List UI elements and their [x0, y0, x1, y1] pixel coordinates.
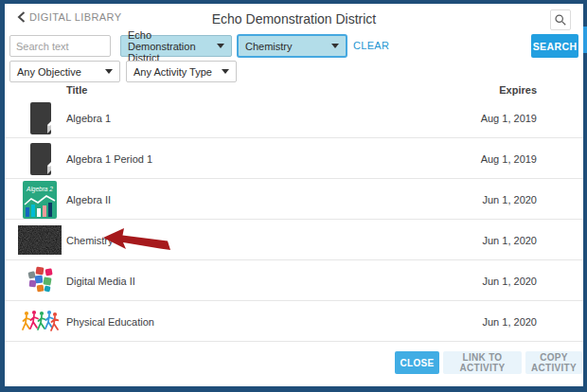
objective-dropdown[interactable]: Any Objective [9, 61, 120, 82]
row-title: Physical Education [66, 301, 154, 342]
course-dropdown-value: Chemistry [245, 41, 293, 52]
copy-activity-button[interactable]: COPY ACTIVITY [525, 351, 582, 374]
course-list: Algebra 1 Aug 1, 2019 Algebra 1 Period 1… [5, 98, 583, 342]
clear-filters-link[interactable]: CLEAR [353, 40, 389, 51]
chevron-down-icon [105, 69, 113, 74]
column-header-expires: Expires [499, 84, 537, 96]
digital-media-cover-icon [16, 260, 63, 301]
column-header-title: Title [66, 84, 87, 96]
header-search-button[interactable] [550, 9, 571, 30]
row-title: Algebra 1 [66, 98, 111, 138]
district-dropdown-value: Echo Demonstration District [128, 29, 211, 63]
search-icon [554, 13, 567, 27]
screen: { "window": { "back_label": "DIGITAL LIB… [0, 0, 587, 392]
row-expires: Aug 1, 2019 [481, 138, 537, 179]
table-row-algebra-1-period-1[interactable]: Algebra 1 Period 1 Aug 1, 2019 [5, 138, 583, 179]
background-page-sliver [583, 27, 587, 53]
close-button[interactable]: CLOSE [395, 351, 439, 374]
course-dropdown[interactable]: Chemistry [237, 34, 347, 58]
chevron-down-icon [331, 44, 339, 48]
table-row-physical-education[interactable]: Physical Education Jun 1, 2020 [5, 301, 583, 342]
chevron-down-icon [222, 69, 229, 74]
table-header: Title Expires [5, 84, 583, 98]
chevron-down-icon [217, 44, 224, 48]
row-title: Chemistry [66, 220, 114, 260]
activity-type-dropdown[interactable]: Any Activity Type [126, 61, 237, 82]
table-row-digital-media-ii[interactable]: Digital Media II Jun 1, 2020 [5, 260, 583, 301]
row-expires: Jun 1, 2020 [483, 260, 538, 301]
link-to-activity-button[interactable]: LINK TO ACTIVITY [443, 351, 522, 374]
search-input[interactable] [9, 35, 111, 57]
table-row-algebra-1[interactable]: Algebra 1 Aug 1, 2019 [5, 98, 583, 138]
page-title: Echo Demonstration District [5, 11, 583, 27]
physical-education-cover-icon [16, 301, 63, 342]
dialog-header: DIGITAL LIBRARY Echo Demonstration Distr… [5, 4, 583, 33]
row-expires: Jun 1, 2020 [483, 301, 538, 342]
digital-library-dialog: DIGITAL LIBRARY Echo Demonstration Distr… [5, 4, 583, 386]
activity-type-dropdown-value: Any Activity Type [133, 66, 212, 78]
row-expires: Aug 1, 2019 [481, 98, 537, 138]
row-title: Digital Media II [66, 260, 135, 301]
search-button[interactable]: SEARCH [531, 34, 578, 58]
row-title: Algebra II [66, 179, 111, 220]
row-title: Algebra 1 Period 1 [66, 138, 152, 179]
algebra2-cover-icon: Algebra 2 [16, 179, 63, 220]
table-row-chemistry[interactable]: Chemistry Jun 1, 2020 [5, 220, 583, 260]
svg-text:Algebra 2: Algebra 2 [26, 186, 53, 193]
table-row-algebra-ii[interactable]: Algebra 2 Algebra II Jun 1, 2020 [5, 179, 583, 220]
book-icon [16, 138, 63, 179]
book-icon [16, 98, 63, 138]
row-expires: Jun 1, 2020 [483, 179, 538, 220]
chemistry-cover-icon [16, 220, 63, 260]
objective-dropdown-value: Any Objective [17, 66, 81, 78]
row-expires: Jun 1, 2020 [483, 220, 538, 260]
district-dropdown[interactable]: Echo Demonstration District [120, 35, 232, 57]
